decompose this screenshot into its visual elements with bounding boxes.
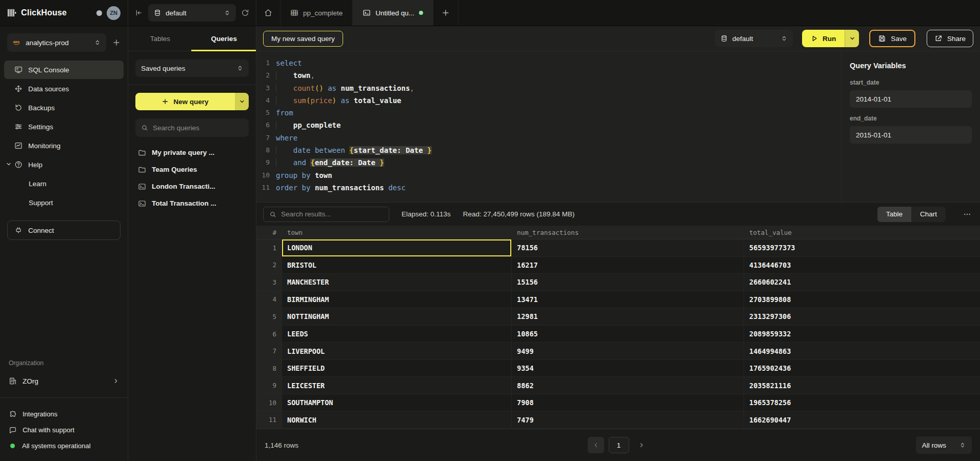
table-cell[interactable]: 4 — [256, 291, 282, 308]
table-cell[interactable]: LEICESTER — [282, 377, 512, 394]
table-cell[interactable]: 2313297306 — [744, 308, 980, 325]
column-header-town[interactable]: town — [282, 229, 512, 236]
column-header-total_value[interactable]: total_value — [744, 229, 980, 236]
table-cell[interactable]: 1 — [256, 239, 282, 256]
query-list-item[interactable]: Total Transaction ... — [128, 195, 256, 212]
search-results-input[interactable] — [281, 210, 383, 218]
sidebar-item-learn[interactable]: Learn — [4, 174, 124, 193]
start-date-input[interactable] — [856, 95, 966, 103]
sql-editor[interactable]: 1select2 town,3 count() as num_transacti… — [256, 51, 841, 202]
saved-queries-selector[interactable]: Saved queries — [135, 59, 249, 77]
run-button[interactable]: Run — [802, 30, 859, 47]
sidebar-footer-item-integrations[interactable]: Integrations — [0, 406, 128, 422]
query-list-item[interactable]: My private query ... — [128, 144, 256, 161]
table-cell[interactable]: 2035821116 — [744, 377, 980, 394]
tab-queries[interactable]: Queries — [192, 26, 256, 51]
query-list-item[interactable]: London Transacti... — [128, 178, 256, 195]
sidebar-item-backups[interactable]: Backups — [4, 98, 124, 117]
table-cell[interactable]: 12981 — [512, 308, 744, 325]
next-page-button[interactable] — [634, 437, 649, 453]
table-cell[interactable]: 2703899808 — [744, 291, 980, 308]
table-cell[interactable]: 2089859332 — [744, 326, 980, 343]
add-service-icon[interactable] — [112, 38, 121, 47]
database-selector[interactable]: default — [148, 4, 236, 22]
view-chart-button[interactable]: Chart — [911, 207, 946, 222]
run-button-main[interactable]: Run — [802, 30, 845, 47]
workspace-selector[interactable]: aws analytics-prod — [7, 33, 106, 52]
table-cell[interactable]: LEEDS — [282, 326, 512, 343]
search-queries-input[interactable] — [153, 124, 243, 132]
refresh-icon[interactable] — [241, 9, 249, 17]
table-cell[interactable]: NORWICH — [282, 411, 512, 428]
table-cell[interactable]: 15156 — [512, 274, 744, 291]
table-cell[interactable]: BRISTOL — [282, 257, 512, 274]
table-cell[interactable]: 7908 — [512, 394, 744, 411]
table-cell[interactable]: MANCHESTER — [282, 274, 512, 291]
end-date-input[interactable] — [856, 131, 966, 139]
table-cell[interactable]: 7 — [256, 343, 282, 359]
collapse-panel-icon[interactable] — [135, 9, 143, 17]
table-cell[interactable]: 10865 — [512, 326, 744, 343]
table-cell[interactable]: 6 — [256, 326, 282, 343]
new-query-button[interactable]: New query — [135, 93, 249, 110]
more-options-icon[interactable] — [963, 210, 971, 218]
sidebar-item-support[interactable]: Support — [4, 193, 124, 212]
tab-pp-complete[interactable]: pp_complete — [281, 0, 353, 26]
table-cell[interactable]: 16217 — [512, 257, 744, 274]
run-options-dropdown[interactable] — [845, 30, 859, 47]
sidebar-item-settings[interactable]: Settings — [4, 117, 124, 136]
table-cell[interactable]: 5 — [256, 308, 282, 325]
table-cell[interactable]: NOTTINGHAM — [282, 308, 512, 325]
run-database-selector[interactable]: default — [715, 30, 793, 47]
table-cell[interactable]: 1662690447 — [744, 411, 980, 428]
table-cell[interactable]: 2 — [256, 257, 282, 274]
table-cell[interactable]: BIRMINGHAM — [282, 291, 512, 308]
table-cell[interactable]: 56593977373 — [744, 239, 980, 256]
table-cell[interactable]: 10 — [256, 394, 282, 411]
table-cell[interactable]: SHEFFIELD — [282, 360, 512, 377]
avatar[interactable]: ZN — [107, 6, 121, 20]
table-cell[interactable]: LONDON — [282, 239, 512, 256]
table-cell[interactable]: 4136446703 — [744, 257, 980, 274]
table-cell[interactable]: LIVERPOOL — [282, 343, 512, 359]
table-cell[interactable]: 1765902436 — [744, 360, 980, 377]
new-tab-button[interactable] — [433, 0, 458, 26]
column-header-index[interactable]: # — [256, 229, 282, 236]
sidebar-footer-item-chat-with-support[interactable]: Chat with support — [0, 422, 128, 438]
new-query-dropdown[interactable] — [235, 93, 249, 110]
table-cell[interactable]: 7479 — [512, 411, 744, 428]
table-cell[interactable]: 13471 — [512, 291, 744, 308]
sidebar-item-sql-console[interactable]: SQL Console — [4, 61, 124, 79]
save-button[interactable]: Save — [869, 30, 915, 47]
organization-item[interactable]: ZOrg — [0, 372, 128, 390]
table-cell[interactable]: 2660602241 — [744, 274, 980, 291]
tab-tables[interactable]: Tables — [128, 26, 192, 51]
table-cell[interactable]: 1464994863 — [744, 343, 980, 359]
new-query-main[interactable]: New query — [135, 93, 235, 110]
page-size-selector[interactable]: All rows — [916, 436, 972, 454]
table-cell[interactable]: 9354 — [512, 360, 744, 377]
table-cell[interactable]: SOUTHAMPTON — [282, 394, 512, 411]
notification-dot[interactable] — [96, 10, 102, 16]
page-number[interactable]: 1 — [609, 437, 629, 453]
connect-button[interactable]: Connect — [7, 221, 121, 240]
query-list-item[interactable]: Team Queries — [128, 161, 256, 178]
prev-page-button[interactable] — [588, 437, 604, 453]
table-cell[interactable]: 8862 — [512, 377, 744, 394]
table-cell[interactable]: 11 — [256, 411, 282, 428]
view-table-button[interactable]: Table — [877, 207, 911, 222]
sidebar-item-help[interactable]: Help — [4, 155, 124, 174]
table-cell[interactable]: 8 — [256, 360, 282, 377]
home-button[interactable] — [256, 0, 281, 26]
sidebar-item-data-sources[interactable]: Data sources — [4, 79, 124, 98]
table-cell[interactable]: 9 — [256, 377, 282, 394]
table-cell[interactable]: 78156 — [512, 239, 744, 256]
tab-untitled-query[interactable]: Untitled qu... — [353, 0, 433, 26]
table-cell[interactable]: 3 — [256, 274, 282, 291]
sidebar-item-monitoring[interactable]: Monitoring — [4, 136, 124, 155]
column-header-num_transactions[interactable]: num_transactions — [512, 229, 744, 236]
sidebar-footer-item-all-systems-operational[interactable]: All systems operational — [0, 438, 128, 454]
table-cell[interactable]: 1965378256 — [744, 394, 980, 411]
table-cell[interactable]: 9499 — [512, 343, 744, 359]
saved-query-chip[interactable]: My new saved query — [263, 31, 343, 47]
